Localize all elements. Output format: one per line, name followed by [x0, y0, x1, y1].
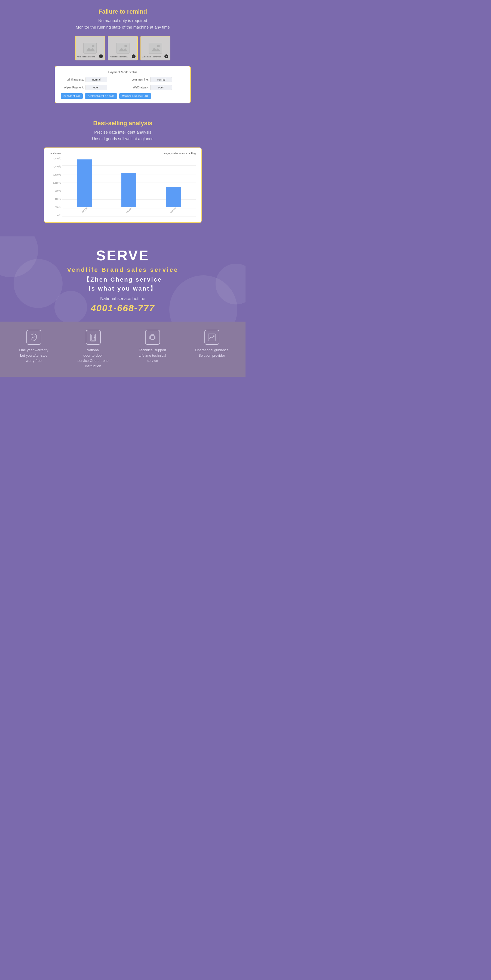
failure-image-3: Aisle state : abnormal 3	[140, 36, 171, 60]
y-label-1500: 1,500元	[50, 173, 61, 176]
bestselling-desc-1: Precise data intelligent analysis	[11, 129, 234, 135]
warranty-line1: One year warranty	[19, 347, 48, 353]
payment-row-printing: printing press: normal	[61, 77, 120, 82]
wrench-shield-icon	[29, 333, 38, 342]
chart-area: 0元 300元 600元 900元 1,200元 1,500元 1,800元 2…	[50, 157, 196, 217]
payment-row-alipay: Alipay Payment: open	[61, 85, 120, 90]
bar-2	[121, 173, 136, 207]
wechat-label: WeChat pay:	[126, 86, 148, 89]
footer-item-door: National door-to-door service One-on-one…	[69, 330, 118, 369]
chart-y-axis: 0元 300元 600元 900元 1,200元 1,500元 1,800元 2…	[50, 157, 62, 217]
door-line2: door-to-door	[78, 353, 108, 358]
y-label-900: 900元	[50, 189, 61, 192]
bar-1	[77, 159, 92, 207]
bestselling-section: Best-selling analysis Precise data intel…	[0, 114, 246, 236]
failure-section: Failure to remind No manual duty is requ…	[0, 0, 246, 114]
failure-title: Failure to remind	[11, 8, 234, 15]
operational-line1: Operational guidance	[195, 347, 229, 353]
bar-group-2: 868.23%	[121, 173, 136, 211]
y-label-300: 300元	[50, 206, 61, 209]
warranty-text: One year warranty Let you after-sale wor…	[19, 347, 48, 363]
svg-point-11	[94, 337, 95, 338]
footer-grid: One year warranty Let you after-sale wor…	[5, 330, 240, 369]
serve-slogan-line2: is what you want】	[11, 284, 234, 293]
svg-rect-6	[149, 43, 162, 53]
serve-brand: Vendlife Brand sales service	[11, 266, 234, 274]
serve-section: SERVE Vendlife Brand sales service 【Zhen…	[0, 236, 246, 321]
coin-value: normal	[150, 77, 172, 82]
image-label-2: Aisle state : abnormal	[110, 56, 128, 58]
door-line3: service One-on-one	[78, 358, 108, 363]
chip-icon	[148, 333, 157, 342]
chart-icon-container	[204, 330, 219, 345]
warranty-line3: worry free	[19, 358, 48, 363]
technical-line1: Technical support	[139, 347, 166, 353]
bestselling-desc-2: Unsold goods sell well at a glance	[11, 135, 234, 142]
y-label-2100: 2,100元	[50, 157, 61, 160]
door-line1: National	[78, 347, 108, 353]
technical-line2: Lifetime technical	[139, 353, 166, 358]
chart-panel: total sales Category sales amount rankin…	[44, 148, 202, 223]
operational-text: Operational guidance Solution provider	[195, 347, 229, 358]
serve-slogan-line1: 【Zhen Cheng service	[11, 275, 234, 284]
chart-trend-icon	[207, 333, 216, 342]
y-label-0: 0元	[50, 214, 61, 217]
image-label-3: Aisle state : abnormal	[142, 56, 161, 58]
y-label-1800: 1,800元	[50, 165, 61, 168]
technical-line3: service	[139, 358, 166, 363]
y-label-1200: 1,200元	[50, 181, 61, 185]
operational-line2: Solution provider	[195, 353, 229, 358]
svg-point-8	[157, 45, 160, 47]
bar-group-3: 868.23%	[166, 187, 181, 211]
payment-row-coin: coin machine: normal	[126, 77, 185, 82]
failure-desc-1: No manual duty is required	[11, 18, 234, 24]
wechat-value: open	[150, 85, 172, 90]
image-badge-2: 2	[132, 54, 136, 58]
serve-title: SERVE	[11, 247, 234, 264]
chart-bars: 868.22% 868.23% 868.23%	[62, 158, 196, 211]
warranty-line2: Let you after-sale	[19, 353, 48, 358]
bar-3	[166, 187, 181, 207]
svg-point-5	[124, 45, 127, 47]
bestselling-title: Best-selling analysis	[11, 120, 234, 127]
svg-point-2	[92, 45, 94, 47]
payment-buttons: Qr code of mall Replenishment QR code Me…	[61, 93, 185, 99]
member-push-button[interactable]: Member push save URL	[119, 93, 151, 99]
svg-rect-0	[84, 43, 97, 53]
chart-body: 868.22% 868.23% 868.23%	[62, 157, 196, 217]
coin-label: coin machine:	[126, 78, 148, 81]
payment-row-wechat: WeChat pay: open	[126, 85, 185, 90]
printing-value: normal	[86, 77, 107, 82]
alipay-label: Alipay Payment:	[61, 86, 84, 89]
technical-text: Technical support Lifetime technical ser…	[139, 347, 166, 363]
chart-header: total sales Category sales amount rankin…	[50, 152, 196, 155]
page-wrapper: Failure to remind No manual duty is requ…	[0, 0, 246, 377]
image-badge-1: 7	[99, 54, 103, 58]
qr-code-mall-button[interactable]: Qr code of mall	[61, 93, 83, 99]
alipay-value: open	[86, 85, 107, 90]
footer-section: One year warranty Let you after-sale wor…	[0, 321, 246, 377]
warranty-icon-container	[26, 330, 41, 345]
image-badge-3: 3	[164, 54, 168, 58]
payment-grid: printing press: normal coin machine: nor…	[61, 77, 185, 90]
failure-image-2: Aisle state : abnormal 2	[108, 36, 138, 60]
door-line4: instruction	[78, 363, 108, 369]
failure-desc-2: Monitor the running state of the machine…	[11, 24, 234, 30]
chart-left-label: total sales	[50, 152, 61, 155]
replenishment-qr-button[interactable]: Replenishment QR code	[85, 93, 117, 99]
footer-item-technical: Technical support Lifetime technical ser…	[128, 330, 177, 363]
y-label-600: 600元	[50, 197, 61, 200]
bar-group-1: 868.22%	[77, 159, 92, 211]
chip-icon-container	[145, 330, 160, 345]
svg-rect-12	[150, 336, 154, 339]
image-label-1: Aisle state : abnormal	[77, 56, 95, 58]
footer-item-warranty: One year warranty Let you after-sale wor…	[9, 330, 58, 363]
payment-panel-title: Payment Mode status	[61, 70, 185, 74]
printing-label: printing press:	[61, 78, 84, 81]
svg-rect-3	[116, 43, 129, 53]
door-icon-container	[86, 330, 101, 345]
serve-phone: 4001-668-777	[11, 303, 234, 313]
door-icon	[89, 333, 97, 342]
chart-right-label: Category sales amount ranking	[162, 152, 196, 155]
failure-image-1: Aisle state : abnormal 7	[75, 36, 105, 60]
